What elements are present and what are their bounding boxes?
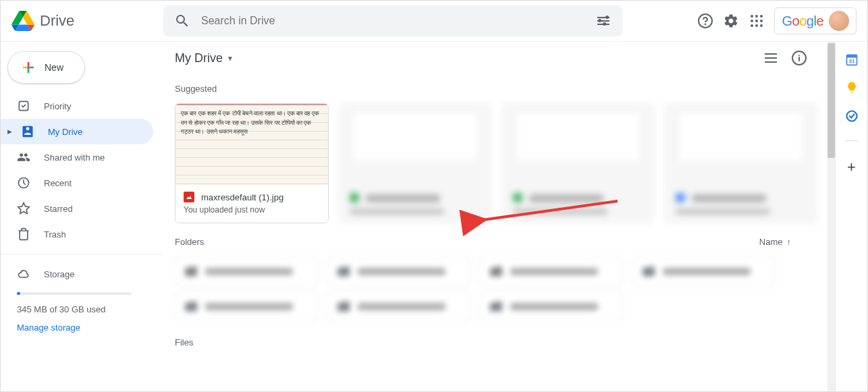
arrow-up-icon: ↑: [787, 237, 792, 247]
divider: [845, 140, 859, 141]
svg-rect-16: [846, 55, 857, 57]
avatar[interactable]: [829, 11, 849, 31]
image-file-icon: [184, 192, 194, 202]
svg-point-6: [755, 20, 758, 22]
svg-point-8: [751, 24, 753, 27]
folders-header: Folders Name ↑: [168, 223, 825, 254]
suggested-card-blurred[interactable]: [338, 103, 492, 223]
keep-icon[interactable]: [845, 81, 859, 94]
star-icon: [17, 202, 30, 215]
priority-icon: [17, 99, 30, 113]
suggested-row: एक बार एक शहर में एक टोपी बेचने वाला रहत…: [168, 103, 825, 223]
app-name: Drive: [40, 12, 74, 30]
svg-point-2: [751, 15, 753, 18]
header: Drive Google: [1, 1, 867, 41]
storage-text: 345 MB of 30 GB used: [17, 304, 145, 314]
new-button[interactable]: New: [7, 51, 85, 84]
account-switcher[interactable]: Google: [774, 7, 857, 34]
scrollbar[interactable]: [828, 42, 835, 391]
header-actions: Google: [697, 7, 857, 34]
svg-point-5: [751, 20, 753, 22]
svg-text:31: 31: [848, 58, 854, 64]
svg-point-4: [760, 15, 763, 18]
sidebar-item-recent[interactable]: Recent: [1, 170, 153, 196]
sidebar-item-trash[interactable]: Trash: [1, 221, 153, 247]
sidebar-item-label: Priority: [44, 101, 71, 111]
add-addon-icon[interactable]: +: [847, 159, 856, 176]
logo-area[interactable]: Drive: [11, 11, 163, 31]
card-subtitle: You uploaded just now: [184, 205, 320, 215]
svg-point-10: [760, 24, 763, 27]
storage-bar: [17, 292, 132, 295]
settings-icon[interactable]: [723, 13, 739, 29]
card-meta: maxresdefault (1).jpg You uploaded just …: [175, 185, 328, 221]
sidebar-item-storage[interactable]: Storage: [1, 261, 153, 287]
tasks-icon[interactable]: [845, 109, 859, 123]
breadcrumb[interactable]: My Drive ▼: [175, 51, 234, 65]
search-icon[interactable]: [174, 13, 190, 29]
folder-row: [168, 254, 825, 289]
search-bar[interactable]: [163, 5, 622, 36]
suggested-card-blurred[interactable]: [501, 103, 655, 223]
search-input[interactable]: [201, 15, 585, 27]
trash-icon: [17, 227, 30, 241]
svg-point-7: [760, 20, 763, 22]
thumbnail-content: एक बार एक शहर में एक टोपी बेचने वाला रहत…: [175, 104, 328, 185]
suggested-card[interactable]: एक बार एक शहर में एक टोपी बेचने वाला रहत…: [175, 103, 329, 223]
folder-item-blurred[interactable]: [175, 256, 318, 286]
sidebar-item-label: Trash: [44, 229, 66, 240]
sidebar-item-shared[interactable]: Shared with me: [1, 144, 153, 170]
my-drive-icon: [21, 125, 34, 138]
list-view-icon[interactable]: [763, 50, 779, 66]
help-icon[interactable]: [697, 13, 713, 29]
divider: [1, 254, 161, 254]
view-controls: [763, 50, 818, 66]
sidebar-item-label: Recent: [44, 178, 72, 188]
folder-row: [168, 289, 825, 324]
svg-point-1: [705, 24, 706, 25]
recent-icon: [17, 176, 30, 190]
suggested-label: Suggested: [168, 74, 825, 103]
expand-icon[interactable]: ▶: [7, 128, 11, 135]
main-scroll[interactable]: My Drive ▼ Suggested एक बार एक शहर में ए…: [161, 42, 828, 391]
sidebar-item-label: My Drive: [48, 127, 82, 137]
sidebar-item-priority[interactable]: Priority: [1, 93, 153, 119]
card-title-row: maxresdefault (1).jpg: [184, 192, 320, 202]
sidebar: New Priority ▶ My Drive Shared with me R…: [1, 42, 161, 391]
new-button-label: New: [45, 62, 63, 73]
folder-item-blurred[interactable]: [480, 291, 623, 321]
manage-storage-link[interactable]: Manage storage: [17, 323, 145, 333]
sidebar-item-label: Starred: [44, 204, 73, 214]
scrollbar-thumb[interactable]: [828, 43, 835, 158]
files-label: Files: [168, 324, 825, 357]
svg-point-3: [755, 15, 758, 18]
suggested-card-blurred[interactable]: [664, 103, 818, 223]
google-label: Google: [782, 13, 823, 29]
apps-icon[interactable]: [749, 13, 765, 29]
sidebar-item-starred[interactable]: Starred: [1, 196, 153, 221]
folder-item-blurred[interactable]: [632, 256, 776, 286]
folder-item-blurred[interactable]: [327, 291, 470, 321]
card-thumbnail: एक बार एक शहर में एक टोपी बेचने वाला रहत…: [175, 104, 328, 185]
search-options-icon[interactable]: [595, 13, 612, 29]
storage-area: 345 MB of 30 GB used Manage storage: [1, 287, 161, 333]
calendar-icon[interactable]: 31: [845, 53, 859, 66]
sort-label: Name: [759, 237, 783, 247]
cloud-icon: [17, 267, 30, 281]
side-panel: 31 +: [835, 42, 867, 391]
info-icon[interactable]: [791, 50, 807, 66]
folder-item-blurred[interactable]: [480, 256, 623, 286]
sidebar-item-label: Shared with me: [44, 152, 105, 163]
sidebar-item-my-drive[interactable]: ▶ My Drive: [1, 119, 153, 144]
drive-logo-icon: [11, 11, 34, 31]
folders-label: Folders: [175, 237, 204, 247]
main-area: My Drive ▼ Suggested एक बार एक शहर में ए…: [161, 42, 835, 391]
folder-item-blurred[interactable]: [327, 256, 470, 286]
svg-point-9: [755, 24, 758, 27]
sort-button[interactable]: Name ↑: [759, 237, 818, 247]
breadcrumb-row: My Drive ▼: [168, 42, 825, 74]
folder-item-blurred[interactable]: [175, 291, 318, 321]
card-filename: maxresdefault (1).jpg: [201, 192, 283, 202]
shared-icon: [17, 150, 30, 164]
plus-icon: [20, 59, 36, 76]
